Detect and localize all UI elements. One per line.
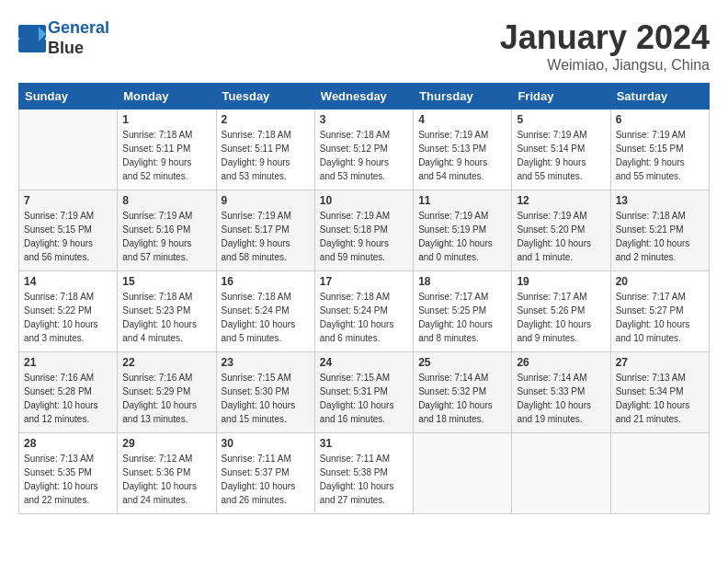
- day-number: 14: [24, 275, 112, 288]
- calendar-cell: 16Sunrise: 7:18 AM Sunset: 5:24 PM Dayli…: [216, 271, 314, 352]
- day-info: Sunrise: 7:17 AM Sunset: 5:27 PM Dayligh…: [616, 290, 704, 345]
- day-number: 30: [222, 437, 310, 450]
- calendar-cell: 31Sunrise: 7:11 AM Sunset: 5:38 PM Dayli…: [314, 433, 413, 514]
- day-number: 4: [418, 113, 506, 126]
- calendar-table: SundayMondayTuesdayWednesdayThursdayFrid…: [18, 83, 710, 514]
- calendar-cell: 25Sunrise: 7:14 AM Sunset: 5:32 PM Dayli…: [414, 352, 512, 433]
- calendar-cell: 27Sunrise: 7:13 AM Sunset: 5:34 PM Dayli…: [610, 352, 709, 433]
- day-number: 23: [222, 356, 310, 369]
- page-header: General Blue January 2024 Weimiao, Jiang…: [18, 18, 710, 74]
- day-info: Sunrise: 7:12 AM Sunset: 5:36 PM Dayligh…: [122, 452, 210, 507]
- day-info: Sunrise: 7:18 AM Sunset: 5:11 PM Dayligh…: [122, 128, 210, 183]
- day-info: Sunrise: 7:18 AM Sunset: 5:22 PM Dayligh…: [24, 290, 112, 345]
- day-info: Sunrise: 7:19 AM Sunset: 5:19 PM Dayligh…: [418, 209, 506, 264]
- calendar-cell: 29Sunrise: 7:12 AM Sunset: 5:36 PM Dayli…: [118, 433, 216, 514]
- day-number: 5: [517, 113, 605, 126]
- calendar-cell: 24Sunrise: 7:15 AM Sunset: 5:31 PM Dayli…: [314, 352, 413, 433]
- weekday-header-wednesday: Wednesday: [314, 84, 413, 109]
- calendar-cell: 10Sunrise: 7:19 AM Sunset: 5:18 PM Dayli…: [314, 190, 413, 271]
- day-number: 24: [320, 356, 408, 369]
- day-info: Sunrise: 7:14 AM Sunset: 5:33 PM Dayligh…: [517, 371, 605, 426]
- day-info: Sunrise: 7:18 AM Sunset: 5:24 PM Dayligh…: [320, 290, 408, 345]
- day-info: Sunrise: 7:19 AM Sunset: 5:20 PM Dayligh…: [517, 209, 605, 264]
- calendar-cell: 15Sunrise: 7:18 AM Sunset: 5:23 PM Dayli…: [118, 271, 216, 352]
- weekday-header-thursday: Thursday: [414, 84, 512, 109]
- day-info: Sunrise: 7:19 AM Sunset: 5:16 PM Dayligh…: [122, 209, 210, 264]
- day-number: 18: [418, 275, 506, 288]
- calendar-cell: 17Sunrise: 7:18 AM Sunset: 5:24 PM Dayli…: [314, 271, 413, 352]
- day-info: Sunrise: 7:19 AM Sunset: 5:17 PM Dayligh…: [222, 209, 310, 264]
- day-number: 9: [222, 194, 310, 207]
- calendar-cell: 23Sunrise: 7:15 AM Sunset: 5:30 PM Dayli…: [216, 352, 314, 433]
- day-number: 6: [616, 113, 704, 126]
- day-number: 28: [24, 437, 112, 450]
- day-info: Sunrise: 7:18 AM Sunset: 5:21 PM Dayligh…: [616, 209, 704, 264]
- calendar-cell: 12Sunrise: 7:19 AM Sunset: 5:20 PM Dayli…: [512, 190, 610, 271]
- calendar-cell: 13Sunrise: 7:18 AM Sunset: 5:21 PM Dayli…: [610, 190, 709, 271]
- logo-icon: [18, 25, 46, 52]
- month-title: January 2024: [500, 18, 710, 57]
- day-number: 3: [320, 113, 408, 126]
- calendar-cell: 28Sunrise: 7:13 AM Sunset: 5:35 PM Dayli…: [19, 433, 118, 514]
- day-number: 1: [122, 113, 210, 126]
- day-info: Sunrise: 7:17 AM Sunset: 5:25 PM Dayligh…: [418, 290, 506, 345]
- calendar-cell: 14Sunrise: 7:18 AM Sunset: 5:22 PM Dayli…: [19, 271, 118, 352]
- day-number: 15: [122, 275, 210, 288]
- day-number: 8: [122, 194, 210, 207]
- weekday-header-friday: Friday: [512, 84, 610, 109]
- day-number: 13: [616, 194, 704, 207]
- day-number: 27: [616, 356, 704, 369]
- day-info: Sunrise: 7:13 AM Sunset: 5:35 PM Dayligh…: [24, 452, 112, 507]
- day-number: 11: [418, 194, 506, 207]
- day-number: 25: [418, 356, 506, 369]
- calendar-cell: 22Sunrise: 7:16 AM Sunset: 5:29 PM Dayli…: [118, 352, 216, 433]
- calendar-cell: 11Sunrise: 7:19 AM Sunset: 5:19 PM Dayli…: [414, 190, 512, 271]
- day-number: 21: [24, 356, 112, 369]
- day-info: Sunrise: 7:15 AM Sunset: 5:31 PM Dayligh…: [320, 371, 408, 426]
- day-number: 10: [320, 194, 408, 207]
- calendar-cell: 20Sunrise: 7:17 AM Sunset: 5:27 PM Dayli…: [610, 271, 709, 352]
- day-number: 2: [222, 113, 310, 126]
- day-info: Sunrise: 7:19 AM Sunset: 5:14 PM Dayligh…: [517, 128, 605, 183]
- day-number: 26: [517, 356, 605, 369]
- day-info: Sunrise: 7:16 AM Sunset: 5:29 PM Dayligh…: [122, 371, 210, 426]
- weekday-header-sunday: Sunday: [19, 84, 118, 109]
- day-info: Sunrise: 7:16 AM Sunset: 5:28 PM Dayligh…: [24, 371, 112, 426]
- calendar-week-5: 28Sunrise: 7:13 AM Sunset: 5:35 PM Dayli…: [19, 433, 710, 514]
- calendar-week-4: 21Sunrise: 7:16 AM Sunset: 5:28 PM Dayli…: [19, 352, 710, 433]
- calendar-cell: 9Sunrise: 7:19 AM Sunset: 5:17 PM Daylig…: [216, 190, 314, 271]
- calendar-cell: 3Sunrise: 7:18 AM Sunset: 5:12 PM Daylig…: [314, 109, 413, 190]
- calendar-cell: 7Sunrise: 7:19 AM Sunset: 5:15 PM Daylig…: [19, 190, 118, 271]
- day-info: Sunrise: 7:17 AM Sunset: 5:26 PM Dayligh…: [517, 290, 605, 345]
- day-number: 7: [24, 194, 112, 207]
- svg-rect-1: [18, 39, 46, 52]
- day-info: Sunrise: 7:11 AM Sunset: 5:37 PM Dayligh…: [222, 452, 310, 507]
- calendar-cell: 2Sunrise: 7:18 AM Sunset: 5:11 PM Daylig…: [216, 109, 314, 190]
- weekday-header-monday: Monday: [118, 84, 216, 109]
- day-number: 17: [320, 275, 408, 288]
- day-info: Sunrise: 7:18 AM Sunset: 5:11 PM Dayligh…: [222, 128, 310, 183]
- day-info: Sunrise: 7:19 AM Sunset: 5:15 PM Dayligh…: [24, 209, 112, 264]
- day-number: 20: [616, 275, 704, 288]
- calendar-cell: [610, 433, 709, 514]
- calendar-cell: 8Sunrise: 7:19 AM Sunset: 5:16 PM Daylig…: [118, 190, 216, 271]
- day-number: 16: [222, 275, 310, 288]
- logo-line1: General: [48, 18, 109, 37]
- calendar-cell: 30Sunrise: 7:11 AM Sunset: 5:37 PM Dayli…: [216, 433, 314, 514]
- calendar-cell: 5Sunrise: 7:19 AM Sunset: 5:14 PM Daylig…: [512, 109, 610, 190]
- weekday-header-row: SundayMondayTuesdayWednesdayThursdayFrid…: [19, 84, 710, 109]
- location: Weimiao, Jiangsu, China: [500, 57, 710, 74]
- logo-text: General Blue: [48, 18, 109, 58]
- day-info: Sunrise: 7:15 AM Sunset: 5:30 PM Dayligh…: [222, 371, 310, 426]
- weekday-header-saturday: Saturday: [610, 84, 709, 109]
- day-info: Sunrise: 7:18 AM Sunset: 5:12 PM Dayligh…: [320, 128, 408, 183]
- day-info: Sunrise: 7:14 AM Sunset: 5:32 PM Dayligh…: [418, 371, 506, 426]
- day-info: Sunrise: 7:19 AM Sunset: 5:18 PM Dayligh…: [320, 209, 408, 264]
- day-info: Sunrise: 7:18 AM Sunset: 5:24 PM Dayligh…: [222, 290, 310, 345]
- calendar-cell: [19, 109, 118, 190]
- day-info: Sunrise: 7:19 AM Sunset: 5:13 PM Dayligh…: [418, 128, 506, 183]
- calendar-cell: 26Sunrise: 7:14 AM Sunset: 5:33 PM Dayli…: [512, 352, 610, 433]
- calendar-week-1: 1Sunrise: 7:18 AM Sunset: 5:11 PM Daylig…: [19, 109, 710, 190]
- logo: General Blue: [18, 18, 109, 58]
- day-info: Sunrise: 7:19 AM Sunset: 5:15 PM Dayligh…: [616, 128, 704, 183]
